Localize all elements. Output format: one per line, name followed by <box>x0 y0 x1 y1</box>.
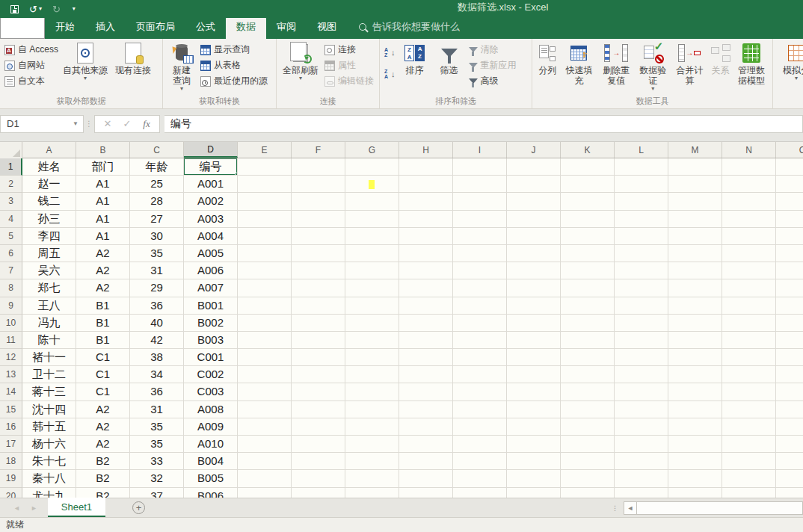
cell-C2[interactable]: 25 <box>130 176 184 193</box>
cell-A17[interactable]: 杨十六 <box>22 436 76 453</box>
tab-view[interactable]: 视图 <box>307 16 347 39</box>
cell-B15[interactable]: A2 <box>76 401 130 418</box>
cell-F18[interactable] <box>292 453 345 470</box>
cell-H10[interactable] <box>399 315 453 332</box>
cell-A13[interactable]: 卫十二 <box>22 366 76 383</box>
cell-L2[interactable] <box>615 176 668 193</box>
row-header-9[interactable]: 9 <box>0 297 22 315</box>
from-text-button[interactable]: 自文本 <box>2 73 61 89</box>
cell-F5[interactable] <box>292 228 345 245</box>
cell-D18[interactable]: B004 <box>184 453 238 470</box>
cell-K3[interactable] <box>561 193 615 210</box>
cell-F14[interactable] <box>292 383 345 400</box>
cell-J8[interactable] <box>507 279 561 297</box>
sheet-nav-right-icon[interactable]: ► <box>31 504 37 512</box>
cell-M20[interactable] <box>668 488 722 498</box>
cell-G1[interactable] <box>345 158 399 176</box>
cell-G5[interactable] <box>345 228 399 245</box>
cell-F3[interactable] <box>292 193 345 210</box>
row-header-2[interactable]: 2 <box>0 176 22 193</box>
cell-A10[interactable]: 冯九 <box>22 315 76 332</box>
cell-M8[interactable] <box>668 279 722 297</box>
cell-A5[interactable]: 李四 <box>22 228 76 245</box>
cell-I18[interactable] <box>453 453 507 470</box>
cell-N16[interactable] <box>722 418 776 436</box>
cell-B9[interactable]: B1 <box>76 297 130 315</box>
cell-F15[interactable] <box>292 401 345 418</box>
what-if-analysis-button[interactable]: 模拟分 ▾ <box>775 40 803 81</box>
cell-E9[interactable] <box>238 297 292 315</box>
column-header-A[interactable]: A <box>22 142 76 158</box>
cell-G18[interactable] <box>345 453 399 470</box>
cell-K19[interactable] <box>561 470 615 487</box>
cell-O15[interactable] <box>776 401 803 418</box>
cell-C18[interactable]: 33 <box>130 453 184 470</box>
existing-connections-button[interactable]: 现有连接 <box>110 40 156 75</box>
select-all-corner[interactable] <box>0 142 22 158</box>
cell-O8[interactable] <box>776 279 803 297</box>
cell-L13[interactable] <box>615 366 668 383</box>
cell-N14[interactable] <box>722 383 776 400</box>
cell-A15[interactable]: 沈十四 <box>22 401 76 418</box>
cell-I9[interactable] <box>453 297 507 315</box>
cell-J15[interactable] <box>507 401 561 418</box>
cell-J20[interactable] <box>507 488 561 498</box>
column-header-O[interactable]: O <box>776 142 803 158</box>
show-queries-button[interactable]: 显示查询 <box>198 42 270 58</box>
cell-O14[interactable] <box>776 383 803 400</box>
cell-H16[interactable] <box>399 418 453 436</box>
cell-B3[interactable]: A1 <box>76 193 130 210</box>
cell-K8[interactable] <box>561 279 615 297</box>
cell-H17[interactable] <box>399 436 453 453</box>
cell-K10[interactable] <box>561 315 615 332</box>
cell-J6[interactable] <box>507 245 561 262</box>
cell-H13[interactable] <box>399 366 453 383</box>
consolidate-button[interactable]: → 合并计算 <box>671 40 708 86</box>
cell-D15[interactable]: A008 <box>184 401 238 418</box>
cell-O5[interactable] <box>776 228 803 245</box>
cell-I14[interactable] <box>453 383 507 400</box>
cell-N6[interactable] <box>722 245 776 262</box>
row-header-7[interactable]: 7 <box>0 262 22 279</box>
cell-H18[interactable] <box>399 453 453 470</box>
cell-K20[interactable] <box>561 488 615 498</box>
cell-J11[interactable] <box>507 332 561 349</box>
cell-E13[interactable] <box>238 366 292 383</box>
cell-N3[interactable] <box>722 193 776 210</box>
remove-duplicates-button[interactable]: → 删除重复值 <box>597 40 635 86</box>
new-query-button[interactable]: 新建查询 ▾ <box>165 40 198 92</box>
cell-K5[interactable] <box>561 228 615 245</box>
cell-D19[interactable]: B005 <box>184 470 238 487</box>
cell-I13[interactable] <box>453 366 507 383</box>
cell-H8[interactable] <box>399 279 453 297</box>
cell-D4[interactable]: A003 <box>184 211 238 228</box>
cell-M11[interactable] <box>668 332 722 349</box>
cell-I19[interactable] <box>453 470 507 487</box>
tab-split-handle[interactable]: ⋮ <box>612 504 619 512</box>
cell-K15[interactable] <box>561 401 615 418</box>
cell-G17[interactable] <box>345 436 399 453</box>
cell-H7[interactable] <box>399 262 453 279</box>
cell-F19[interactable] <box>292 470 345 487</box>
cell-G16[interactable] <box>345 418 399 436</box>
cell-I12[interactable] <box>453 349 507 366</box>
row-header-6[interactable]: 6 <box>0 245 22 262</box>
cell-C9[interactable]: 36 <box>130 297 184 315</box>
cell-C19[interactable]: 32 <box>130 470 184 487</box>
cell-O4[interactable] <box>776 211 803 228</box>
cell-A14[interactable]: 蒋十三 <box>22 383 76 400</box>
cell-C1[interactable]: 年龄 <box>130 158 184 176</box>
cell-J1[interactable] <box>507 158 561 176</box>
customize-qat-icon[interactable]: ▾ <box>71 6 76 12</box>
cell-O20[interactable] <box>776 488 803 498</box>
cell-J3[interactable] <box>507 193 561 210</box>
cell-F7[interactable] <box>292 262 345 279</box>
column-header-N[interactable]: N <box>722 142 776 158</box>
cell-I17[interactable] <box>453 436 507 453</box>
cell-G13[interactable] <box>345 366 399 383</box>
cell-B1[interactable]: 部门 <box>76 158 130 176</box>
cell-O6[interactable] <box>776 245 803 262</box>
cell-F9[interactable] <box>292 297 345 315</box>
cell-G14[interactable] <box>345 383 399 400</box>
cell-J19[interactable] <box>507 470 561 487</box>
